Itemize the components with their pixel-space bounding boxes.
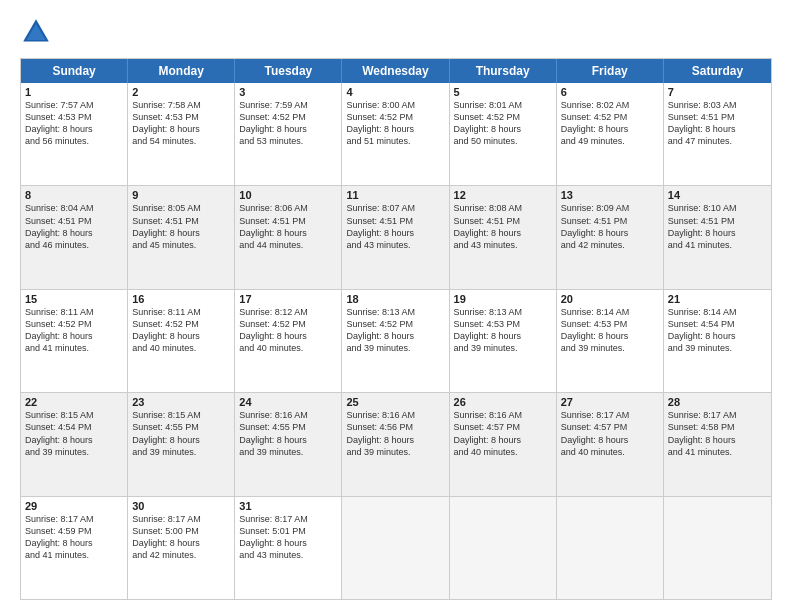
calendar-cell: 21Sunrise: 8:14 AMSunset: 4:54 PMDayligh… bbox=[664, 290, 771, 392]
cell-info: Sunrise: 8:15 AMSunset: 4:54 PMDaylight:… bbox=[25, 409, 123, 458]
day-number: 16 bbox=[132, 293, 230, 305]
cell-info: Sunrise: 8:02 AMSunset: 4:52 PMDaylight:… bbox=[561, 99, 659, 148]
calendar-cell: 5Sunrise: 8:01 AMSunset: 4:52 PMDaylight… bbox=[450, 83, 557, 185]
calendar-cell: 9Sunrise: 8:05 AMSunset: 4:51 PMDaylight… bbox=[128, 186, 235, 288]
day-number: 2 bbox=[132, 86, 230, 98]
calendar-cell: 16Sunrise: 8:11 AMSunset: 4:52 PMDayligh… bbox=[128, 290, 235, 392]
calendar-body: 1Sunrise: 7:57 AMSunset: 4:53 PMDaylight… bbox=[21, 83, 771, 599]
calendar-cell: 11Sunrise: 8:07 AMSunset: 4:51 PMDayligh… bbox=[342, 186, 449, 288]
cell-info: Sunrise: 8:11 AMSunset: 4:52 PMDaylight:… bbox=[132, 306, 230, 355]
calendar-cell: 2Sunrise: 7:58 AMSunset: 4:53 PMDaylight… bbox=[128, 83, 235, 185]
calendar-cell: 13Sunrise: 8:09 AMSunset: 4:51 PMDayligh… bbox=[557, 186, 664, 288]
cell-info: Sunrise: 8:07 AMSunset: 4:51 PMDaylight:… bbox=[346, 202, 444, 251]
day-number: 21 bbox=[668, 293, 767, 305]
weekday-header: Sunday bbox=[21, 59, 128, 83]
cell-info: Sunrise: 8:00 AMSunset: 4:52 PMDaylight:… bbox=[346, 99, 444, 148]
day-number: 1 bbox=[25, 86, 123, 98]
calendar-row: 1Sunrise: 7:57 AMSunset: 4:53 PMDaylight… bbox=[21, 83, 771, 185]
cell-info: Sunrise: 8:04 AMSunset: 4:51 PMDaylight:… bbox=[25, 202, 123, 251]
calendar-row: 22Sunrise: 8:15 AMSunset: 4:54 PMDayligh… bbox=[21, 392, 771, 495]
cell-info: Sunrise: 8:14 AMSunset: 4:54 PMDaylight:… bbox=[668, 306, 767, 355]
calendar-cell: 1Sunrise: 7:57 AMSunset: 4:53 PMDaylight… bbox=[21, 83, 128, 185]
day-number: 5 bbox=[454, 86, 552, 98]
cell-info: Sunrise: 8:15 AMSunset: 4:55 PMDaylight:… bbox=[132, 409, 230, 458]
cell-info: Sunrise: 8:16 AMSunset: 4:57 PMDaylight:… bbox=[454, 409, 552, 458]
day-number: 23 bbox=[132, 396, 230, 408]
calendar-cell: 25Sunrise: 8:16 AMSunset: 4:56 PMDayligh… bbox=[342, 393, 449, 495]
cell-info: Sunrise: 8:17 AMSunset: 5:01 PMDaylight:… bbox=[239, 513, 337, 562]
cell-info: Sunrise: 8:10 AMSunset: 4:51 PMDaylight:… bbox=[668, 202, 767, 251]
calendar-cell: 30Sunrise: 8:17 AMSunset: 5:00 PMDayligh… bbox=[128, 497, 235, 599]
day-number: 7 bbox=[668, 86, 767, 98]
calendar-cell: 20Sunrise: 8:14 AMSunset: 4:53 PMDayligh… bbox=[557, 290, 664, 392]
cell-info: Sunrise: 7:57 AMSunset: 4:53 PMDaylight:… bbox=[25, 99, 123, 148]
cell-info: Sunrise: 8:16 AMSunset: 4:56 PMDaylight:… bbox=[346, 409, 444, 458]
calendar-cell: 19Sunrise: 8:13 AMSunset: 4:53 PMDayligh… bbox=[450, 290, 557, 392]
calendar-cell: 15Sunrise: 8:11 AMSunset: 4:52 PMDayligh… bbox=[21, 290, 128, 392]
weekday-header: Monday bbox=[128, 59, 235, 83]
calendar-row: 8Sunrise: 8:04 AMSunset: 4:51 PMDaylight… bbox=[21, 185, 771, 288]
cell-info: Sunrise: 8:16 AMSunset: 4:55 PMDaylight:… bbox=[239, 409, 337, 458]
calendar-cell: 14Sunrise: 8:10 AMSunset: 4:51 PMDayligh… bbox=[664, 186, 771, 288]
day-number: 4 bbox=[346, 86, 444, 98]
day-number: 18 bbox=[346, 293, 444, 305]
day-number: 8 bbox=[25, 189, 123, 201]
calendar-cell: 8Sunrise: 8:04 AMSunset: 4:51 PMDaylight… bbox=[21, 186, 128, 288]
calendar-cell bbox=[664, 497, 771, 599]
weekday-header: Wednesday bbox=[342, 59, 449, 83]
calendar-cell: 22Sunrise: 8:15 AMSunset: 4:54 PMDayligh… bbox=[21, 393, 128, 495]
cell-info: Sunrise: 8:13 AMSunset: 4:52 PMDaylight:… bbox=[346, 306, 444, 355]
cell-info: Sunrise: 8:01 AMSunset: 4:52 PMDaylight:… bbox=[454, 99, 552, 148]
cell-info: Sunrise: 8:09 AMSunset: 4:51 PMDaylight:… bbox=[561, 202, 659, 251]
calendar-cell bbox=[342, 497, 449, 599]
day-number: 9 bbox=[132, 189, 230, 201]
cell-info: Sunrise: 8:12 AMSunset: 4:52 PMDaylight:… bbox=[239, 306, 337, 355]
day-number: 6 bbox=[561, 86, 659, 98]
day-number: 3 bbox=[239, 86, 337, 98]
calendar-cell: 17Sunrise: 8:12 AMSunset: 4:52 PMDayligh… bbox=[235, 290, 342, 392]
cell-info: Sunrise: 8:08 AMSunset: 4:51 PMDaylight:… bbox=[454, 202, 552, 251]
calendar-cell: 4Sunrise: 8:00 AMSunset: 4:52 PMDaylight… bbox=[342, 83, 449, 185]
calendar-cell bbox=[557, 497, 664, 599]
cell-info: Sunrise: 8:17 AMSunset: 5:00 PMDaylight:… bbox=[132, 513, 230, 562]
day-number: 31 bbox=[239, 500, 337, 512]
calendar-cell: 12Sunrise: 8:08 AMSunset: 4:51 PMDayligh… bbox=[450, 186, 557, 288]
day-number: 17 bbox=[239, 293, 337, 305]
day-number: 14 bbox=[668, 189, 767, 201]
day-number: 28 bbox=[668, 396, 767, 408]
cell-info: Sunrise: 8:17 AMSunset: 4:59 PMDaylight:… bbox=[25, 513, 123, 562]
calendar: SundayMondayTuesdayWednesdayThursdayFrid… bbox=[20, 58, 772, 600]
weekday-header: Thursday bbox=[450, 59, 557, 83]
calendar-header: SundayMondayTuesdayWednesdayThursdayFrid… bbox=[21, 59, 771, 83]
calendar-cell: 18Sunrise: 8:13 AMSunset: 4:52 PMDayligh… bbox=[342, 290, 449, 392]
day-number: 12 bbox=[454, 189, 552, 201]
day-number: 22 bbox=[25, 396, 123, 408]
day-number: 25 bbox=[346, 396, 444, 408]
day-number: 15 bbox=[25, 293, 123, 305]
day-number: 11 bbox=[346, 189, 444, 201]
calendar-cell bbox=[450, 497, 557, 599]
calendar-row: 29Sunrise: 8:17 AMSunset: 4:59 PMDayligh… bbox=[21, 496, 771, 599]
day-number: 13 bbox=[561, 189, 659, 201]
day-number: 19 bbox=[454, 293, 552, 305]
cell-info: Sunrise: 8:05 AMSunset: 4:51 PMDaylight:… bbox=[132, 202, 230, 251]
page: SundayMondayTuesdayWednesdayThursdayFrid… bbox=[0, 0, 792, 612]
day-number: 24 bbox=[239, 396, 337, 408]
cell-info: Sunrise: 8:06 AMSunset: 4:51 PMDaylight:… bbox=[239, 202, 337, 251]
day-number: 20 bbox=[561, 293, 659, 305]
cell-info: Sunrise: 7:59 AMSunset: 4:52 PMDaylight:… bbox=[239, 99, 337, 148]
calendar-cell: 28Sunrise: 8:17 AMSunset: 4:58 PMDayligh… bbox=[664, 393, 771, 495]
cell-info: Sunrise: 8:17 AMSunset: 4:58 PMDaylight:… bbox=[668, 409, 767, 458]
logo bbox=[20, 16, 56, 48]
day-number: 27 bbox=[561, 396, 659, 408]
calendar-cell: 6Sunrise: 8:02 AMSunset: 4:52 PMDaylight… bbox=[557, 83, 664, 185]
day-number: 10 bbox=[239, 189, 337, 201]
cell-info: Sunrise: 8:14 AMSunset: 4:53 PMDaylight:… bbox=[561, 306, 659, 355]
calendar-row: 15Sunrise: 8:11 AMSunset: 4:52 PMDayligh… bbox=[21, 289, 771, 392]
cell-info: Sunrise: 8:11 AMSunset: 4:52 PMDaylight:… bbox=[25, 306, 123, 355]
calendar-cell: 24Sunrise: 8:16 AMSunset: 4:55 PMDayligh… bbox=[235, 393, 342, 495]
cell-info: Sunrise: 8:03 AMSunset: 4:51 PMDaylight:… bbox=[668, 99, 767, 148]
calendar-cell: 27Sunrise: 8:17 AMSunset: 4:57 PMDayligh… bbox=[557, 393, 664, 495]
day-number: 30 bbox=[132, 500, 230, 512]
header bbox=[20, 16, 772, 48]
